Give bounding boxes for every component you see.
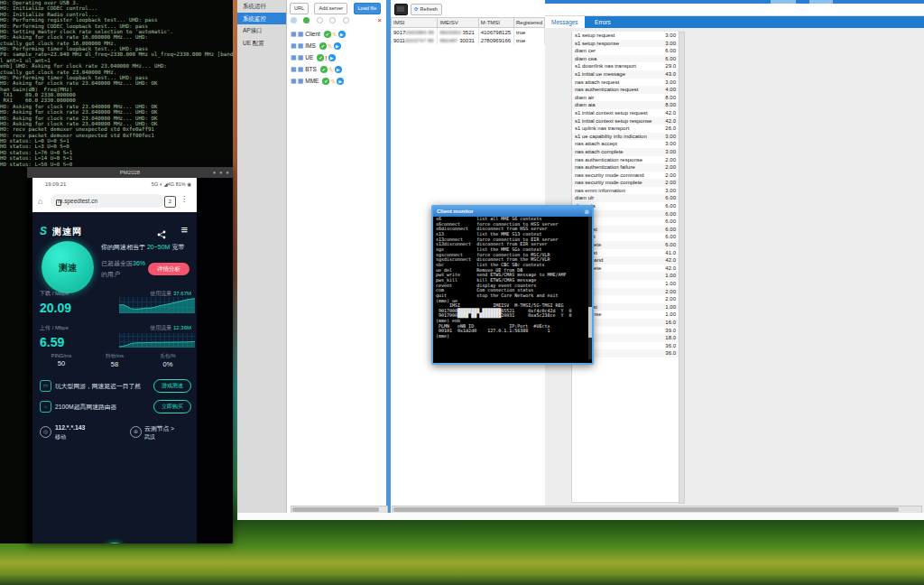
edit-or-warn-icon[interactable]: ✎ (328, 64, 334, 76)
monitor-scrollbar[interactable] (588, 217, 592, 359)
message-stat-row[interactable]: s1 setup request 3.00 (572, 32, 679, 40)
play-icon[interactable]: ▶ (334, 42, 341, 50)
col-registered[interactable]: Registered (513, 18, 544, 28)
tree-item[interactable]: ▦▦UE✔!▶ (291, 51, 384, 63)
edit-or-warn-icon[interactable]: ! (325, 52, 327, 64)
col-imsi[interactable]: IMSI (392, 18, 438, 28)
message-stat-row[interactable]: nas attach accept 3.00 (572, 140, 679, 148)
message-count: 8.00 (665, 101, 676, 109)
message-stat-row[interactable]: diam cer 6.00 (572, 47, 679, 55)
message-count: 4.00 (665, 86, 676, 94)
client-monitor-window[interactable]: Client monitor ⊗ s6 list all MME S6 cont… (431, 205, 594, 365)
cloud-node-link[interactable]: 云测节点 > (144, 424, 174, 433)
tree-item[interactable]: ▦▦Client✔✎▶ (291, 28, 384, 40)
message-name: nas attach accept (575, 140, 617, 148)
carrier: 移动 (55, 433, 66, 441)
play-icon[interactable]: ▶ (328, 54, 336, 61)
edit-or-warn-icon[interactable]: ✎ (328, 41, 333, 52)
game-test-button[interactable]: 游戏测速 (153, 379, 191, 393)
tab-messages[interactable]: Messages (545, 16, 585, 28)
browser-menu-icon[interactable]: ⋮ (180, 195, 188, 203)
load-file-button[interactable]: Load file (354, 3, 382, 14)
component-label: MME (305, 78, 319, 84)
message-stat-row[interactable]: s1 uplink nas transport 26.0 (572, 125, 679, 133)
messages-scrollbar[interactable] (679, 32, 685, 504)
game-icon: ▭ (40, 380, 51, 392)
table-row[interactable]: 90170003886 85 8609350 3521 4106798125 t… (392, 28, 545, 37)
tree-item[interactable]: ▦▦BTS✔✎▶ (291, 63, 384, 75)
console-button[interactable] (394, 4, 408, 15)
message-stat-row[interactable]: nas authentication failure 2.00 (572, 163, 679, 172)
message-stat-row[interactable]: diam aia 8.00 (572, 101, 679, 109)
edit-or-warn-icon[interactable]: ✎ (330, 76, 336, 88)
close-icon[interactable]: ⊗ (584, 207, 589, 217)
message-stat-row[interactable]: diam cea 6.00 (572, 55, 679, 63)
client-monitor-console[interactable]: s6 list all MME S6 contextss6connect for… (433, 217, 592, 359)
ping-stat: PING/ms50 (34, 353, 88, 367)
sidebar-item-system-monitor[interactable]: 系统监控 (237, 13, 286, 25)
component-icon: ▦ (291, 78, 297, 84)
home-icon[interactable]: ⌂ (38, 197, 42, 206)
sidebar-item-system-run[interactable]: 系统运行 (237, 0, 286, 13)
message-stat-row[interactable]: diam ulr 6.00 (572, 194, 679, 202)
address-input[interactable]: m.speedtest.cn (51, 194, 164, 208)
message-count: 29.0 (665, 62, 676, 70)
start-test-button[interactable]: 测速 (42, 241, 94, 293)
message-stat-row[interactable]: nas emm information 3.00 (572, 187, 679, 195)
message-stat-row[interactable]: nas attach request 3.00 (572, 79, 679, 87)
copy-icon[interactable] (317, 17, 323, 23)
message-count: 2.00 (665, 163, 676, 172)
col-mtmsi[interactable]: M-TMSI (478, 18, 513, 28)
message-count: 3.00 (665, 32, 676, 40)
message-count: 2.00 (665, 288, 676, 296)
sidebar-item-ue-config[interactable]: UE 配置 (237, 37, 286, 50)
message-stat-row[interactable]: diam air 8.00 (572, 94, 679, 102)
message-stat-row[interactable]: s1 initial ue message 43.0 (572, 70, 679, 79)
phone-window-buttons[interactable]: ● ● ● (213, 167, 230, 178)
tree-item[interactable]: ▦▦MME✔✎▶ (291, 75, 384, 87)
client-monitor-title[interactable]: Client monitor (433, 207, 592, 217)
share-icon[interactable] (157, 227, 166, 243)
tree-item[interactable]: ▦▦IMS✔✎▶ (291, 40, 384, 51)
wrench-icon[interactable] (291, 17, 297, 23)
col-imeisv[interactable]: IMEISV (438, 18, 478, 28)
play-icon[interactable]: ▶ (335, 66, 342, 73)
tab-count-button[interactable]: 2 (164, 196, 176, 208)
nav-5g-button[interactable]: 5G (103, 543, 126, 543)
message-stat-row[interactable]: s1 initial context setup response 42.0 (572, 117, 679, 125)
menu-icon[interactable]: ≡ (180, 223, 188, 237)
message-count: 6.00 (665, 226, 676, 234)
message-stat-row[interactable]: nas authentication request 4.00 (572, 86, 679, 94)
message-stat-row[interactable]: nas authentication response 2.00 (572, 156, 679, 164)
detail-analysis-button[interactable]: 详情分析 (148, 263, 189, 275)
message-stat-row[interactable]: s1 setup response 3.00 (572, 40, 679, 48)
add-server-button[interactable]: Add server (314, 3, 347, 14)
message-name: nas authentication failure (575, 163, 635, 172)
message-stat-row[interactable]: nas security mode command 2.00 (572, 172, 679, 180)
message-name: s1 setup response (575, 40, 619, 48)
message-stat-row[interactable]: s1 downlink nas transport 29.0 (572, 62, 679, 70)
table-row[interactable]: 90110003747 88 860487 30031 2780969166 t… (392, 36, 545, 44)
sidebar-item-ap-port[interactable]: AP接口 (237, 24, 286, 37)
edit-or-warn-icon[interactable]: ✎ (332, 29, 337, 41)
message-stat-row[interactable]: s1 initial context setup request 42.0 (572, 109, 679, 117)
url-button[interactable]: URL (290, 3, 309, 14)
refresh-button[interactable]: ⟳Refresh (411, 4, 442, 15)
buy-now-button[interactable]: 立即购买 (153, 400, 191, 413)
message-stat-row[interactable]: nas attach complete 3.00 (572, 148, 679, 156)
stop-icon[interactable] (329, 17, 336, 23)
tab-errors[interactable]: Errors (588, 16, 617, 28)
phone-letterbox (197, 178, 233, 543)
message-stat-row[interactable]: s1 ue capability info indication 3.00 (572, 133, 679, 141)
message-count: 1.00 (665, 280, 676, 288)
speedtest-app: S 测速网 ≡ 测速 你的网速相当于 20~50M 宽带 已超越全国36% 的用… (32, 212, 197, 543)
window-bottom-margin (237, 513, 924, 520)
play-icon[interactable]: ▶ (337, 78, 344, 85)
phone-mirror-window[interactable]: PM2028 ● ● ● 19:09:21 5G ◐ ◢4G 81% ◉ ⌂ m… (27, 167, 233, 543)
start-all-icon[interactable] (303, 17, 310, 23)
message-count: 16.0 (665, 319, 676, 327)
close-tree-icon[interactable]: × (377, 16, 382, 24)
play-icon[interactable]: ▶ (338, 31, 346, 38)
message-stat-row[interactable]: nas security mode complete 2.00 (572, 179, 679, 187)
add-icon[interactable] (343, 17, 349, 23)
